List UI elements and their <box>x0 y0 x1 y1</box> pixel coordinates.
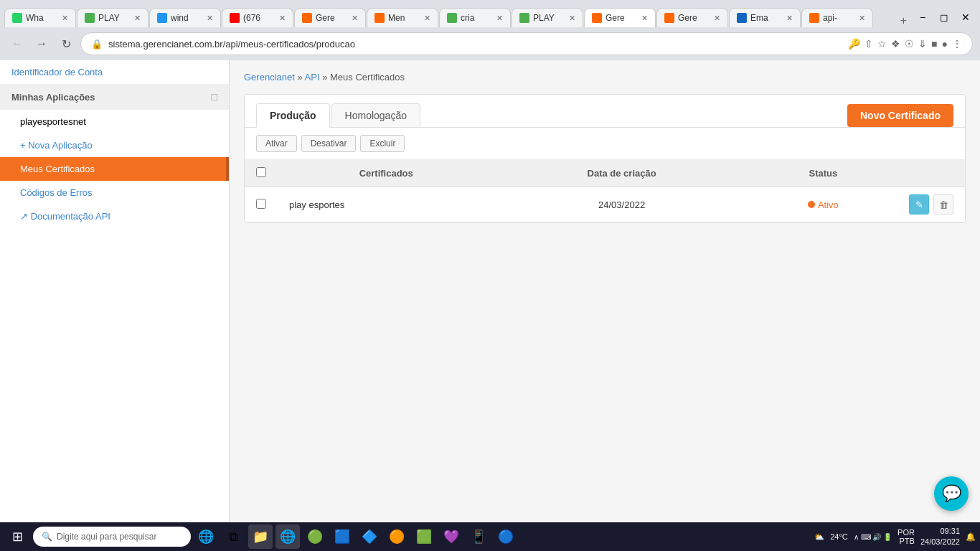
taskbar-app3[interactable]: 🔷 <box>357 524 382 549</box>
url-text: sistema.gerencianet.com.br/api/meus-cert… <box>108 39 848 50</box>
tab-close-icon[interactable]: ✕ <box>134 14 141 23</box>
sidebar-item-playesportesnet[interactable]: playesportesnet <box>0 110 229 133</box>
tab-title: (676 <box>243 13 275 23</box>
tab-close-icon[interactable]: ✕ <box>424 14 430 23</box>
row-data-criacao: 24/03/2022 <box>494 187 748 222</box>
sidebar-item-my-certs[interactable]: Meus Certificados <box>0 157 229 181</box>
taskbar-taskview[interactable]: ⧉ <box>221 524 245 549</box>
close-button[interactable]: ✕ <box>956 7 976 27</box>
tab-close-icon[interactable]: ✕ <box>62 14 68 23</box>
new-tab-button[interactable]: + <box>895 14 913 27</box>
taskbar-edge[interactable]: 🔵 <box>494 524 518 549</box>
start-button[interactable]: ⊞ <box>4 524 30 550</box>
tab-favicon <box>302 13 312 23</box>
browser-tab-t3[interactable]: wind ✕ <box>149 8 221 27</box>
taskbar-app5[interactable]: 🟩 <box>412 524 436 549</box>
tab-favicon <box>519 13 529 23</box>
restore-button[interactable]: ◻ <box>934 7 954 27</box>
lock-icon: 🔒 <box>91 39 103 50</box>
tab-favicon <box>157 13 167 23</box>
profile-icon: ● <box>942 38 948 50</box>
tab-close-icon[interactable]: ✕ <box>279 14 286 23</box>
browser-tab-t11[interactable]: Ema ✕ <box>729 8 801 27</box>
shield-icon: ☉ <box>905 38 914 50</box>
tab-title: wind <box>171 13 203 23</box>
col-actions <box>897 160 965 187</box>
chat-bubble[interactable]: 💬 <box>934 476 969 511</box>
tab-producao[interactable]: Produção <box>256 103 330 128</box>
tab-title: api- <box>823 13 855 23</box>
tab-title: PLAY <box>533 13 565 23</box>
tab-favicon <box>447 13 457 23</box>
tab-title: Men <box>388 13 420 23</box>
tab-close-icon[interactable]: ✕ <box>496 14 503 23</box>
browser-tab-t4[interactable]: (676 ✕ <box>222 8 293 27</box>
browser-tab-t10[interactable]: Gere ✕ <box>656 8 728 27</box>
tab-title: Gere <box>678 13 710 23</box>
taskbar-search[interactable]: 🔍 Digite aqui para pesquisar <box>33 527 191 547</box>
browser-tab-t6[interactable]: Men ✕ <box>367 8 438 27</box>
bookmark-icon: ☆ <box>877 38 887 50</box>
tab-favicon <box>809 13 819 23</box>
browser-tab-t2[interactable]: PLAY ✕ <box>77 8 149 27</box>
sidebar-item-account[interactable]: Identificador de Conta <box>0 60 229 84</box>
browser-tab-t7[interactable]: cria ✕ <box>439 8 511 27</box>
url-bar[interactable]: 🔒 sistema.gerencianet.com.br/api/meus-ce… <box>80 32 973 55</box>
browser-tab-t8[interactable]: PLAY ✕ <box>512 8 583 27</box>
browser-tab-t9[interactable]: Gere ✕ <box>584 8 656 27</box>
action-bar: Ativar Desativar Excluir <box>245 128 965 160</box>
notification-icon[interactable]: 🔔 <box>966 532 976 542</box>
col-certificados: Certificados <box>278 160 494 187</box>
sidebar-item-error-codes[interactable]: Códigos de Erros <box>0 181 229 204</box>
delete-button[interactable]: 🗑 <box>933 194 953 215</box>
taskbar-filezilla[interactable]: 📁 <box>248 524 273 549</box>
table-row: play esportes 24/03/2022 Ativo ✎ 🗑 <box>245 187 965 222</box>
tab-favicon <box>85 13 95 23</box>
browser-tab-t5[interactable]: Gere ✕ <box>294 8 366 27</box>
taskbar-app6[interactable]: 💜 <box>439 524 463 549</box>
taskbar-app4[interactable]: 🟠 <box>385 524 409 549</box>
browser-tab-t1[interactable]: Wha ✕ <box>4 8 76 27</box>
browser-tab-t12[interactable]: api- ✕ <box>801 8 873 27</box>
tab-homologacao[interactable]: Homologação <box>331 103 420 128</box>
taskbar-time[interactable]: 09:31 24/03/2022 <box>920 526 960 548</box>
tab-close-icon[interactable]: ✕ <box>569 14 575 23</box>
select-all-checkbox[interactable] <box>256 167 266 177</box>
taskbar-app2[interactable]: 🟦 <box>330 524 354 549</box>
sidebar-item-api-docs[interactable]: ↗ Documentação API <box>0 204 229 228</box>
tab-close-icon[interactable]: ✕ <box>352 14 358 23</box>
tab-close-icon[interactable]: ✕ <box>859 14 865 23</box>
tab-close-icon[interactable]: ✕ <box>714 14 720 23</box>
novo-certificado-button[interactable]: Novo Certificado <box>847 104 953 127</box>
status-dot <box>808 201 815 208</box>
desativar-button[interactable]: Desativar <box>301 135 357 152</box>
tab-title: Gere <box>316 13 348 23</box>
taskbar-chrome[interactable]: 🌐 <box>275 524 300 549</box>
edit-button[interactable]: ✎ <box>909 194 929 215</box>
taskbar-app7[interactable]: 📱 <box>466 524 491 549</box>
menu-icon[interactable]: ⋮ <box>952 38 962 50</box>
tab-close-icon[interactable]: ✕ <box>786 14 793 23</box>
tab-close-icon[interactable]: ✕ <box>207 14 213 23</box>
collapse-icon[interactable]: □ <box>212 91 217 103</box>
taskbar-locale: POR PTB <box>897 528 915 545</box>
tab-favicon <box>374 13 385 23</box>
refresh-button[interactable]: ↻ <box>56 34 76 54</box>
weather-icon: ⛅ <box>814 532 824 542</box>
status-label: Ativo <box>818 199 839 210</box>
tab-title: Ema <box>750 13 783 23</box>
excluir-button[interactable]: Excluir <box>360 135 405 152</box>
breadcrumb: Gerencianet » API » Meus Certificados <box>244 72 966 83</box>
tab-close-icon[interactable]: ✕ <box>641 14 648 23</box>
taskbar-cortana[interactable]: 🌐 <box>194 524 218 549</box>
taskbar-app1[interactable]: 🟢 <box>303 524 327 549</box>
url-actions: 🔑 ⇧ ☆ ❖ ☉ ⇓ ■ ● ⋮ <box>848 38 962 50</box>
row-checkbox[interactable] <box>256 199 266 209</box>
puzzle-icon: ■ <box>931 38 937 50</box>
minimize-button[interactable]: − <box>913 7 933 27</box>
sidebar-item-new-app[interactable]: + Nova Aplicação <box>0 133 229 157</box>
back-button[interactable]: ← <box>7 34 27 54</box>
forward-button[interactable]: → <box>32 34 52 54</box>
ativar-button[interactable]: Ativar <box>256 135 297 152</box>
page-wrapper: Identificador de Conta Minhas Aplicações… <box>0 60 980 522</box>
